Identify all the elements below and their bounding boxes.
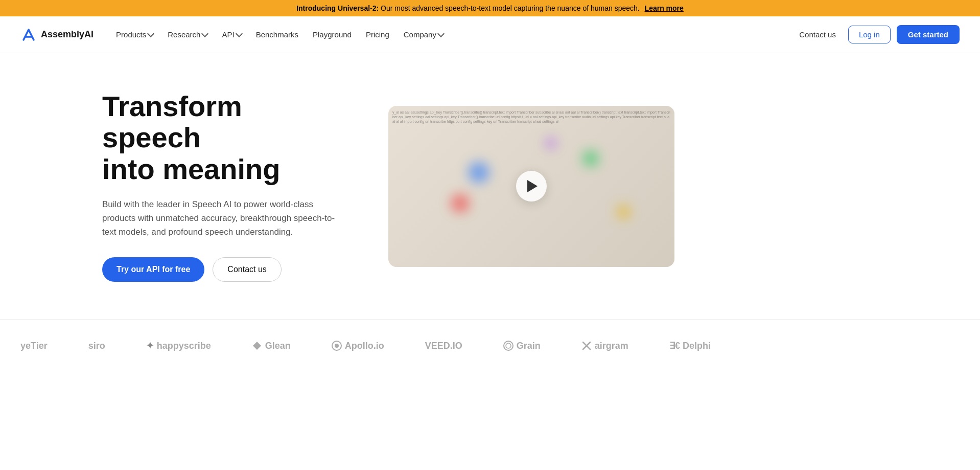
logo-grain: Grain [503, 341, 541, 351]
hero-title: Transform speech into meaning [102, 91, 347, 185]
blob-purple [546, 138, 556, 148]
nav-actions: Contact us Log in Get started [793, 25, 960, 44]
nav-item-company[interactable]: Company [398, 26, 450, 43]
announcement-banner: Introducing Universal-2: Our most advanc… [0, 0, 980, 16]
chevron-down-icon [201, 30, 208, 37]
logo-yetier: yeTier [20, 341, 48, 351]
logo-glean: Glean [252, 341, 291, 351]
blob-yellow [617, 206, 630, 218]
contact-us-button[interactable]: Contact us [213, 257, 281, 282]
svg-point-2 [335, 344, 339, 348]
nav-contact-link[interactable]: Contact us [793, 26, 842, 43]
logo[interactable]: AssemblyAI [20, 27, 94, 43]
logo-happyscribe: ✦ happyscribe [146, 340, 211, 351]
try-api-button[interactable]: Try our API for free [102, 257, 204, 282]
blob-red [451, 194, 469, 212]
blob-blue [469, 162, 489, 183]
logo-airgram: airgram [581, 341, 628, 351]
nav-links: Products Research API Benchmarks Playgro… [110, 26, 793, 43]
navbar: AssemblyAI Products Research API Benchma… [0, 16, 980, 53]
svg-point-4 [506, 343, 511, 348]
logo-siro: siro [88, 341, 105, 351]
logo-veed: VEED.IO [425, 341, 462, 351]
hero-text: Transform speech into meaning Build with… [102, 91, 347, 282]
get-started-button[interactable]: Get started [897, 25, 960, 44]
nav-item-playground[interactable]: Playground [307, 26, 358, 43]
nav-item-api[interactable]: API [216, 26, 247, 43]
nav-item-research[interactable]: Research [161, 26, 214, 43]
nav-item-products[interactable]: Products [110, 26, 159, 43]
nav-item-benchmarks[interactable]: Benchmarks [250, 26, 305, 43]
play-icon [527, 180, 538, 192]
hero-buttons: Try our API for free Contact us [102, 257, 347, 282]
logo-delphi: ∃€ Delphi [669, 340, 711, 351]
apollo-icon [332, 341, 342, 351]
logo-icon [20, 27, 37, 43]
banner-learn-more-link[interactable]: Learn more [645, 4, 684, 12]
chevron-down-icon [437, 30, 445, 37]
hero-visual: y_al as aal aal.settings.api_key Transcr… [388, 106, 898, 267]
glean-icon [252, 341, 262, 351]
banner-text: Our most advanced speech-to-text model c… [381, 4, 640, 12]
svg-marker-0 [253, 342, 261, 350]
chevron-down-icon [236, 30, 243, 37]
login-button[interactable]: Log in [848, 26, 891, 43]
logos-track: yeTier siro ✦ happyscribe Glean Apollo.i… [0, 340, 980, 351]
hero-section: Transform speech into meaning Build with… [0, 53, 980, 319]
svg-point-3 [504, 341, 513, 350]
logos-bar: yeTier siro ✦ happyscribe Glean Apollo.i… [0, 319, 980, 372]
chevron-down-icon [147, 30, 154, 37]
grain-icon [503, 341, 514, 351]
blob-green [583, 151, 598, 166]
logo-apollo: Apollo.io [332, 341, 384, 351]
play-button[interactable] [516, 171, 547, 202]
banner-text-bold: Introducing Universal-2: [296, 4, 379, 12]
hero-description: Build with the leader in Speech AI to po… [102, 197, 347, 239]
nav-item-pricing[interactable]: Pricing [360, 26, 395, 43]
airgram-icon [581, 341, 592, 351]
logo-text: AssemblyAI [41, 29, 94, 40]
hero-video[interactable]: y_al as aal aal.settings.api_key Transcr… [388, 106, 674, 267]
